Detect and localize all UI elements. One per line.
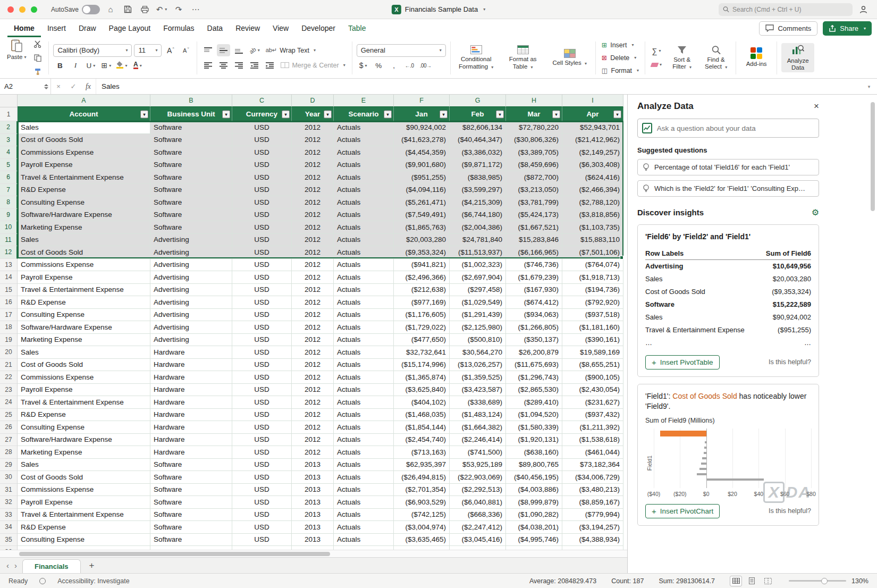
cell-B3[interactable]: Software	[150, 134, 232, 147]
orientation-button[interactable]: ab▾	[248, 44, 261, 56]
sheet-nav-left-icon[interactable]: ‹	[6, 561, 9, 570]
cell-F36[interactable]: ($4,463,301)	[394, 546, 450, 550]
cell-H24[interactable]: ($289,410)	[506, 396, 562, 409]
cell-D6[interactable]: 2012	[292, 171, 334, 184]
cell-D20[interactable]: 2012	[292, 346, 334, 359]
cell-F3[interactable]: ($41,623,278)	[394, 134, 450, 147]
column-header-I[interactable]: I	[562, 95, 623, 107]
cell-C15[interactable]: USD	[232, 284, 292, 297]
cell-E18[interactable]: Actuals	[334, 321, 394, 334]
accounting-format-button[interactable]: $▾	[357, 60, 370, 72]
print-icon[interactable]	[138, 3, 151, 16]
cell-I34[interactable]: ($3,194,257)	[562, 521, 623, 534]
increase-indent-button[interactable]	[263, 59, 276, 71]
cell-C24[interactable]: USD	[232, 396, 292, 409]
ribbon-tab-table[interactable]: Table	[342, 19, 372, 37]
cell-G3[interactable]: ($40,464,347)	[450, 134, 506, 147]
cell-C34[interactable]: USD	[232, 521, 292, 534]
cell-G31[interactable]: ($2,292,513)	[450, 484, 506, 497]
cell-E7[interactable]: Actuals	[334, 184, 394, 197]
autosave-toggle[interactable]	[82, 5, 100, 14]
cell-I30[interactable]: ($34,006,729)	[562, 471, 623, 484]
cell-B25[interactable]: Hardware	[150, 409, 232, 422]
cell-D23[interactable]: 2012	[292, 384, 334, 397]
cell-C9[interactable]: USD	[232, 209, 292, 222]
cell-F31[interactable]: ($2,701,354)	[394, 484, 450, 497]
cell-B26[interactable]: Hardware	[150, 421, 232, 434]
cut-button[interactable]	[31, 38, 44, 50]
row-header-14[interactable]: 14	[0, 271, 18, 284]
name-box[interactable]: A2	[0, 79, 51, 94]
cell-I27[interactable]: ($1,538,618)	[562, 434, 623, 447]
cell-H8[interactable]: ($3,781,799)	[506, 196, 562, 209]
cell-C14[interactable]: USD	[232, 271, 292, 284]
filter-button-apr[interactable]: ▾	[613, 110, 621, 118]
cell-F23[interactable]: ($3,625,840)	[394, 384, 450, 397]
align-center-button[interactable]	[217, 59, 230, 71]
cell-G12[interactable]: ($11,513,937)	[450, 246, 506, 259]
row-header-6[interactable]: 6	[0, 171, 18, 184]
cell-E10[interactable]: Actuals	[334, 221, 394, 234]
cell-G8[interactable]: ($4,215,309)	[450, 196, 506, 209]
cell-A35[interactable]: Consulting Expense	[18, 534, 150, 547]
ask-question-box[interactable]	[637, 119, 819, 138]
cell-A36[interactable]: Software/Hardware Expense	[18, 546, 150, 550]
cell-B29[interactable]: Software	[150, 459, 232, 472]
cell-D32[interactable]: 2013	[292, 496, 334, 509]
cell-G2[interactable]: $82,606,134	[450, 121, 506, 134]
cell-I31[interactable]: ($3,480,213)	[562, 484, 623, 497]
cell-H14[interactable]: ($1,679,239)	[506, 271, 562, 284]
cell-A23[interactable]: Payroll Expense	[18, 384, 150, 397]
cell-D29[interactable]: 2013	[292, 459, 334, 472]
cell-C3[interactable]: USD	[232, 134, 292, 147]
cell-D4[interactable]: 2012	[292, 146, 334, 159]
cell-A16[interactable]: R&D Expense	[18, 296, 150, 309]
cell-F21[interactable]: ($15,174,996)	[394, 359, 450, 372]
zoom-window-button[interactable]	[31, 6, 37, 13]
cell-A11[interactable]: Sales	[18, 234, 150, 247]
cell-I11[interactable]: $15,883,110	[562, 234, 623, 247]
ribbon-tab-developer[interactable]: Developer	[295, 19, 342, 37]
cell-E27[interactable]: Actuals	[334, 434, 394, 447]
row-header-18[interactable]: 18	[0, 321, 18, 334]
cell-E8[interactable]: Actuals	[334, 196, 394, 209]
cell-H31[interactable]: ($4,003,886)	[506, 484, 562, 497]
horizontal-scrollbar[interactable]	[0, 550, 627, 557]
ribbon-tab-home[interactable]: Home	[7, 19, 41, 37]
cell-I14[interactable]: ($1,918,713)	[562, 271, 623, 284]
row-header-11[interactable]: 11	[0, 234, 18, 247]
decrease-decimal-button[interactable]: .00→	[418, 60, 433, 72]
cell-H3[interactable]: ($30,806,326)	[506, 134, 562, 147]
cell-F8[interactable]: ($5,261,471)	[394, 196, 450, 209]
column-header-E[interactable]: E	[334, 95, 394, 107]
row-header-31[interactable]: 31	[0, 484, 18, 497]
cell-B35[interactable]: Software	[150, 534, 232, 547]
analyze-data-button[interactable]: Analyze Data	[781, 43, 814, 72]
cell-I23[interactable]: ($2,430,054)	[562, 384, 623, 397]
cell-C19[interactable]: USD	[232, 334, 292, 347]
cancel-icon[interactable]: ×	[51, 79, 66, 94]
cell-B15[interactable]: Advertising	[150, 284, 232, 297]
cell-F6[interactable]: ($951,255)	[394, 171, 450, 184]
cell-C33[interactable]: USD	[232, 509, 292, 522]
cell-E5[interactable]: Actuals	[334, 159, 394, 172]
cell-D8[interactable]: 2012	[292, 196, 334, 209]
cell-G7[interactable]: ($3,599,297)	[450, 184, 506, 197]
ribbon-tab-view[interactable]: View	[266, 19, 295, 37]
cell-H19[interactable]: ($350,137)	[506, 334, 562, 347]
header-cell-account[interactable]: Account▾	[18, 107, 150, 121]
cell-B11[interactable]: Advertising	[150, 234, 232, 247]
redo-button[interactable]: ↷	[172, 3, 185, 16]
cell-G17[interactable]: ($1,291,439)	[450, 309, 506, 322]
row-header-10[interactable]: 10	[0, 221, 18, 234]
cell-D11[interactable]: 2012	[292, 234, 334, 247]
row-header-7[interactable]: 7	[0, 184, 18, 197]
cell-F2[interactable]: $90,924,002	[394, 121, 450, 134]
insights-settings-gear-icon[interactable]: ⚙	[812, 207, 819, 217]
ribbon-tab-formulas[interactable]: Formulas	[157, 19, 200, 37]
row-header-30[interactable]: 30	[0, 471, 18, 484]
comments-button[interactable]: Comments	[759, 21, 817, 36]
cell-F35[interactable]: ($3,635,465)	[394, 534, 450, 547]
cell-E12[interactable]: Actuals	[334, 246, 394, 259]
cell-B32[interactable]: Software	[150, 496, 232, 509]
